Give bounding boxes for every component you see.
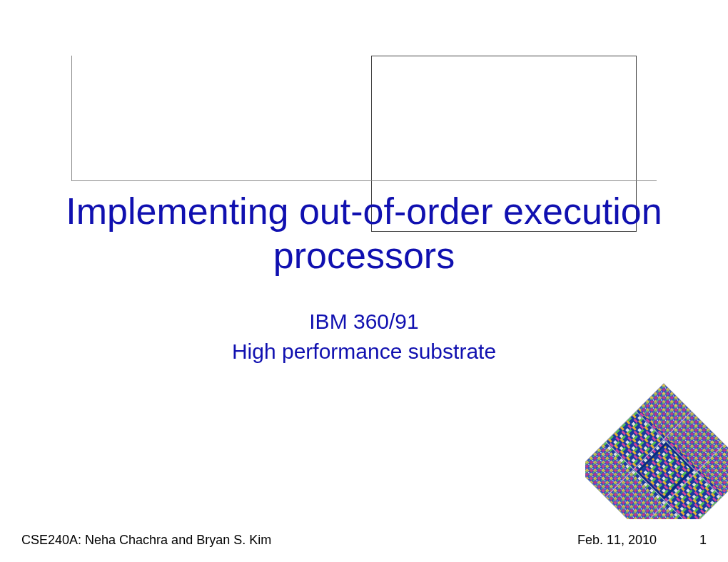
- subtitle-block: IBM 360/91 High performance substrate: [0, 307, 728, 367]
- slide-title: Implementing out-of-order execution proc…: [0, 189, 728, 278]
- footer-page-number: 1: [699, 533, 707, 548]
- rule-vertical: [71, 56, 73, 181]
- chip-die-image: [585, 362, 728, 519]
- title-block: Implementing out-of-order execution proc…: [0, 189, 728, 278]
- subtitle-line-1: IBM 360/91: [0, 307, 728, 337]
- slide: Implementing out-of-order execution proc…: [0, 0, 728, 562]
- rule-horizontal: [71, 180, 657, 182]
- footer: CSE240A: Neha Chachra and Bryan S. Kim F…: [21, 533, 707, 548]
- footer-date: Feb. 11, 2010: [577, 533, 657, 548]
- footer-authors: CSE240A: Neha Chachra and Bryan S. Kim: [21, 533, 271, 548]
